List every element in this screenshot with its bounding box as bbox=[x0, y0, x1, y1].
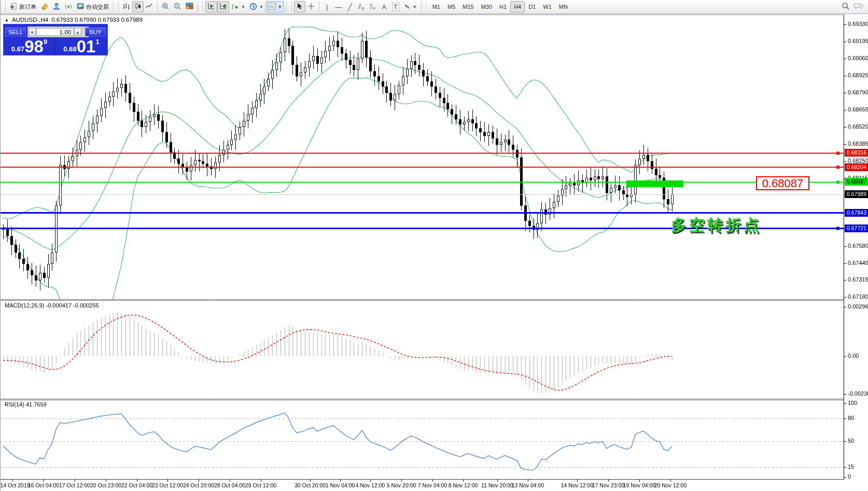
zoom-in-button[interactable] bbox=[160, 1, 172, 12]
chart-annotation-text[interactable]: 多空转折点 bbox=[671, 215, 762, 236]
timeframe-m30-button[interactable]: M30 bbox=[478, 1, 496, 12]
one-click-prices: 0.67 98 9 0.68 01 1 bbox=[4, 38, 107, 55]
sell-price[interactable]: 0.67 98 9 bbox=[4, 38, 55, 55]
timeframe-mn-button[interactable]: MN bbox=[555, 1, 571, 12]
timeframe-m1-button[interactable]: M1 bbox=[429, 1, 444, 12]
signals-button[interactable] bbox=[63, 1, 75, 12]
person-icon bbox=[53, 3, 61, 11]
channel-button[interactable]: ⫽ E bbox=[356, 1, 367, 12]
volume-stepper: ▼ ▲ bbox=[27, 26, 89, 37]
auto-scroll-button[interactable] bbox=[205, 1, 217, 12]
dropdown-arrow-icon: ▼ bbox=[259, 5, 263, 9]
sell-button[interactable]: SELL bbox=[5, 27, 26, 36]
chart-canvas[interactable] bbox=[1, 0, 868, 491]
toolbar-grip[interactable] bbox=[117, 2, 119, 11]
one-click-trading-panel: SELL ▼ ▲ BUY 0.67 98 9 0.68 01 1 bbox=[3, 24, 108, 55]
timeframe-w1-button[interactable]: W1 bbox=[539, 1, 555, 12]
line-chart-button[interactable] bbox=[144, 1, 155, 12]
auto-trading-button[interactable]: 自动交易 bbox=[75, 1, 111, 12]
zoom-in-icon bbox=[162, 3, 170, 11]
chart-shift-button[interactable] bbox=[217, 1, 229, 12]
chart-symbol-period: AUDUSD-,H4 bbox=[12, 17, 48, 23]
text-button[interactable]: A bbox=[379, 1, 390, 12]
text-tool-icon: A bbox=[382, 3, 386, 11]
tile-windows-icon bbox=[186, 3, 193, 11]
channel-letter: E bbox=[362, 6, 365, 11]
svg-text:f: f bbox=[232, 3, 234, 9]
timeframe-m15-button[interactable]: M15 bbox=[459, 1, 477, 12]
toolbar-grip[interactable] bbox=[202, 2, 204, 11]
community-button[interactable] bbox=[51, 1, 63, 12]
cursor-button[interactable] bbox=[294, 1, 305, 12]
main-toolbar: 新订单 自动交易 bbox=[1, 0, 868, 14]
vertical-line-button[interactable]: | bbox=[321, 1, 333, 12]
indicators-icon: f bbox=[231, 3, 239, 11]
tile-windows-button[interactable] bbox=[184, 1, 195, 12]
eraser-button[interactable] bbox=[38, 1, 51, 12]
text-label-icon: T bbox=[392, 3, 399, 11]
zoom-out-button[interactable] bbox=[172, 1, 184, 12]
fibonacci-button[interactable]: ⦙⦙ F bbox=[367, 1, 379, 12]
buy-price-small: 0.68 bbox=[63, 45, 76, 53]
arrows-icon bbox=[403, 3, 411, 11]
indicators-button[interactable]: f ▼ bbox=[229, 1, 247, 12]
timeframe-toolbar: M1M5M15M30H1H4D1W1MN bbox=[429, 1, 571, 12]
chart-shift-icon bbox=[219, 3, 227, 11]
auto-scroll-icon bbox=[207, 3, 215, 11]
buy-button[interactable]: BUY bbox=[85, 27, 106, 36]
trendline-button[interactable]: ╱ bbox=[344, 1, 356, 12]
price-badge-0.67989: 0.67989 bbox=[845, 190, 868, 198]
template-icon bbox=[268, 3, 276, 11]
timeframe-m5-button[interactable]: M5 bbox=[444, 1, 459, 12]
channel-icon: ⫽ bbox=[358, 3, 361, 11]
chart-title: ▲ AUDUSD-,H4 0.67933 0.67990 0.67933 0.6… bbox=[5, 17, 143, 23]
horizontal-line-button[interactable]: — bbox=[333, 1, 344, 12]
price-callout-label[interactable]: 0.68087 bbox=[756, 176, 809, 190]
support-highlight-bar[interactable] bbox=[626, 180, 683, 187]
price-badge-0.67721: 0.67721 bbox=[845, 225, 868, 232]
text-label-button[interactable]: T bbox=[390, 1, 401, 12]
cursor-icon bbox=[296, 3, 303, 11]
toolbar-separator bbox=[198, 2, 198, 12]
search-icon[interactable] bbox=[842, 2, 850, 11]
chat-icon[interactable] bbox=[853, 2, 863, 11]
timeframe-d1-button[interactable]: D1 bbox=[525, 1, 539, 12]
buy-price-sup: 1 bbox=[95, 38, 99, 46]
toolbar-grip[interactable] bbox=[290, 2, 292, 11]
templates-button[interactable]: ▼ bbox=[265, 1, 284, 12]
dropdown-arrow-icon: ▼ bbox=[241, 5, 245, 9]
fibonacci-icon: ⦙⦙ bbox=[370, 3, 373, 11]
zoom-out-icon bbox=[174, 3, 181, 11]
line-chart-icon bbox=[146, 3, 153, 11]
crosshair-icon bbox=[307, 3, 315, 11]
price-badge-0.67843: 0.67843 bbox=[845, 209, 868, 217]
candlestick-chart-button[interactable] bbox=[132, 1, 144, 12]
macd-indicator-label: MACD(12,26,9) -0.000417 -0.000255 bbox=[5, 302, 99, 308]
crosshair-button[interactable] bbox=[305, 1, 317, 12]
price-badge-0.68316: 0.68316 bbox=[845, 149, 868, 157]
one-click-collapse-icon[interactable]: ▲ bbox=[5, 18, 9, 22]
buy-price[interactable]: 0.68 01 1 bbox=[55, 38, 107, 55]
toolbar-grip[interactable] bbox=[425, 2, 427, 11]
timeframe-h4-button[interactable]: H4 bbox=[510, 1, 525, 12]
candlestick-icon bbox=[134, 3, 142, 11]
eraser-icon bbox=[40, 3, 49, 11]
volume-increase-button[interactable]: ▲ bbox=[74, 28, 81, 36]
volume-decrease-button[interactable]: ▼ bbox=[29, 28, 36, 36]
volume-input[interactable] bbox=[36, 28, 74, 36]
clock-icon bbox=[249, 3, 257, 11]
fibonacci-letter: F bbox=[373, 6, 376, 11]
mt4-application-window: 新订单 自动交易 bbox=[0, 0, 868, 491]
price-badge-0.68204: 0.68204 bbox=[845, 163, 868, 171]
arrows-button[interactable]: ▼ bbox=[401, 1, 419, 12]
bar-chart-icon bbox=[123, 3, 130, 11]
toolbar-separator bbox=[157, 2, 158, 12]
toolbar-grip[interactable] bbox=[4, 2, 6, 11]
periods-button[interactable]: ▼ bbox=[247, 1, 265, 12]
toolbar-separator bbox=[319, 2, 319, 12]
timeframe-h1-button[interactable]: H1 bbox=[496, 1, 510, 12]
price-badge-0.68087: 0.68087 bbox=[845, 178, 868, 186]
bar-chart-button[interactable] bbox=[121, 1, 132, 12]
new-order-button[interactable]: 新订单 bbox=[8, 1, 38, 12]
sell-price-small: 0.67 bbox=[11, 45, 24, 53]
